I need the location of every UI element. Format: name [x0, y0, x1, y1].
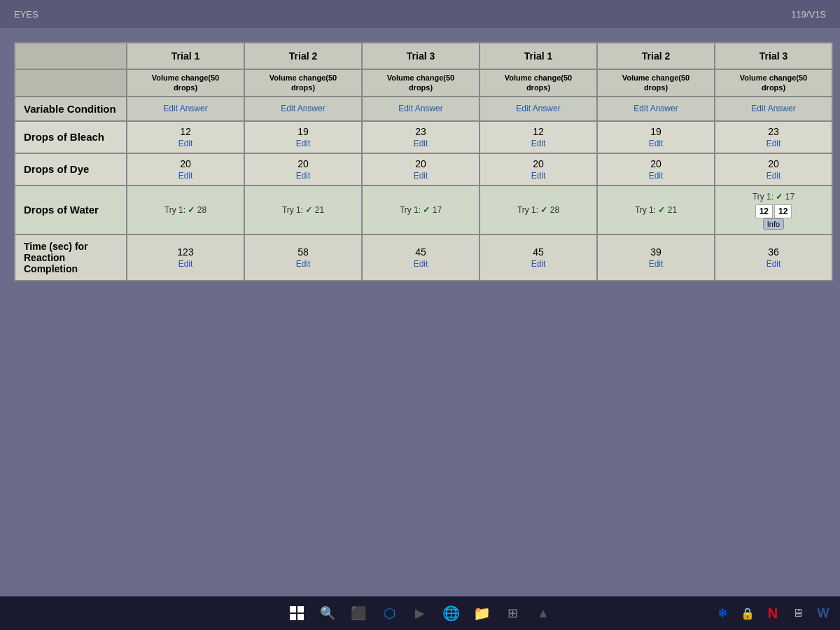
bleach-cell-3: 23Edit	[362, 121, 479, 153]
time-val-5: 39	[601, 246, 711, 258]
water-label: Drops of Water	[15, 186, 127, 234]
water-num1: 12	[755, 204, 773, 218]
task-view-icon[interactable]: ⬛	[347, 602, 370, 624]
time-edit-1[interactable]: Edit	[130, 259, 241, 269]
water-cell-5: Try 1: ✓ 21	[597, 186, 715, 234]
bleach-edit-1[interactable]: Edit	[130, 139, 241, 148]
water-try-3: Try 1: ✓ 17	[400, 205, 442, 215]
time-val-4: 45	[483, 246, 594, 258]
data-table: Trial 1 Trial 2 Trial 3 Trial 1 Trial 2 …	[14, 42, 833, 281]
trial-left-1: Trial 1	[127, 43, 244, 69]
dye-edit-4[interactable]: Edit	[483, 171, 594, 181]
time-cell-5: 39Edit	[597, 234, 715, 281]
bleach-label: Drops of Bleach	[15, 121, 127, 153]
sub-3: Volume change(50drops)	[362, 69, 479, 97]
display-icon[interactable]: 🖥	[788, 603, 808, 623]
word-icon[interactable]: W	[813, 603, 833, 623]
dye-val-2: 20	[248, 158, 358, 169]
time-edit-2[interactable]: Edit	[248, 259, 358, 269]
bleach-cell-6: 23Edit	[715, 121, 832, 153]
netflix-icon[interactable]: N	[763, 603, 783, 623]
dye-val-5: 20	[601, 158, 711, 169]
taskbar: 🔍 ⬛ ⬡ ▶ 🌐 📁 ⊞ ▲ ❄ 🔒 N 🖥 W	[0, 596, 840, 630]
sub-6: Volume change(50drops)	[715, 69, 832, 97]
var-cell-1: Edit Answer	[127, 97, 244, 121]
media-icon[interactable]: ▶	[409, 602, 431, 624]
info-button[interactable]: Info	[763, 218, 784, 230]
dye-edit-5[interactable]: Edit	[601, 171, 711, 181]
dropbox-icon[interactable]: ❄	[713, 603, 732, 623]
dye-cell-4: 20Edit	[479, 153, 597, 186]
time-cell-6: 36Edit	[715, 234, 832, 281]
bleach-edit-6[interactable]: Edit	[718, 139, 829, 148]
time-edit-5[interactable]: Edit	[601, 259, 711, 269]
trial-left-3: Trial 3	[362, 43, 479, 69]
globe-icon[interactable]: 🌐	[440, 602, 462, 624]
var-cell-2: Edit Answer	[244, 97, 362, 121]
dye-val-4: 20	[483, 158, 594, 169]
bleach-edit-5[interactable]: Edit	[601, 139, 711, 148]
edge-icon[interactable]: ⬡	[378, 602, 400, 624]
dye-label: Drops of Dye	[15, 153, 127, 186]
top-bar-left: EYES	[14, 9, 38, 20]
dye-edit-6[interactable]: Edit	[718, 171, 829, 181]
folder-icon[interactable]: 📁	[470, 602, 493, 624]
water-try-6-top: Try 1: ✓ 17	[752, 192, 794, 202]
arrow-icon[interactable]: ▲	[532, 602, 554, 624]
edit-answer-5[interactable]: Edit Answer	[601, 104, 711, 113]
bleach-cell-4: 12Edit	[479, 121, 597, 153]
bleach-cell-2: 19Edit	[244, 121, 362, 153]
table-row: Time (sec) for ReactionCompletion 123Edi…	[15, 234, 832, 281]
var-cell-5: Edit Answer	[597, 97, 715, 121]
main-content: Trial 1 Trial 2 Trial 3 Trial 1 Trial 2 …	[0, 28, 840, 596]
edit-answer-1[interactable]: Edit Answer	[130, 104, 241, 113]
time-edit-3[interactable]: Edit	[365, 259, 476, 269]
vpn-icon[interactable]: 🔒	[738, 603, 757, 623]
time-cell-1: 123Edit	[127, 234, 244, 281]
water-cell-4: Try 1: ✓ 28	[479, 186, 597, 234]
search-icon[interactable]: 🔍	[316, 602, 339, 624]
water-try-2: Try 1: ✓ 21	[282, 205, 324, 215]
bleach-edit-3[interactable]: Edit	[365, 139, 476, 148]
time-val-2: 58	[248, 246, 358, 258]
water-try-5: Try 1: ✓ 21	[635, 205, 677, 215]
dye-cell-3: 20Edit	[362, 153, 479, 186]
edit-answer-4[interactable]: Edit Answer	[483, 104, 594, 113]
bleach-val-3: 23	[365, 126, 476, 137]
variable-label: Variable Condition	[15, 97, 127, 121]
time-edit-4[interactable]: Edit	[483, 259, 594, 269]
time-cell-4: 45Edit	[479, 234, 597, 281]
time-val-3: 45	[365, 246, 476, 258]
bleach-edit-4[interactable]: Edit	[483, 139, 594, 148]
grid-icon[interactable]: ⊞	[501, 602, 524, 624]
var-cell-3: Edit Answer	[362, 97, 479, 121]
empty-header	[15, 43, 127, 69]
dye-edit-1[interactable]: Edit	[130, 171, 241, 181]
water-cell-2: Try 1: ✓ 21	[244, 186, 362, 234]
bleach-cell-5: 19Edit	[597, 121, 715, 153]
edit-answer-3[interactable]: Edit Answer	[365, 104, 476, 113]
top-bar-right: 119/V1S	[791, 9, 826, 20]
windows-start-button[interactable]	[286, 602, 308, 624]
trial-right-2: Trial 2	[597, 43, 715, 69]
bleach-cell-1: 12Edit	[127, 121, 244, 153]
edit-answer-2[interactable]: Edit Answer	[248, 104, 358, 113]
water-try-1: Try 1: ✓ 28	[164, 205, 206, 215]
sub-4: Volume change(50drops)	[479, 69, 597, 97]
dye-edit-3[interactable]: Edit	[365, 171, 476, 181]
table-row: Drops of Dye 20Edit 20Edit 20Edit 20Edit…	[15, 153, 832, 186]
time-edit-6[interactable]: Edit	[718, 259, 829, 269]
dye-val-6: 20	[718, 158, 829, 169]
bleach-edit-2[interactable]: Edit	[248, 139, 358, 148]
var-cell-6: Edit Answer	[715, 97, 832, 121]
var-cell-4: Edit Answer	[479, 97, 597, 121]
dye-cell-1: 20Edit	[127, 153, 244, 186]
dye-edit-2[interactable]: Edit	[248, 171, 358, 181]
bleach-val-1: 12	[130, 126, 241, 137]
bleach-val-6: 23	[718, 126, 829, 137]
dye-cell-6: 20Edit	[715, 153, 832, 186]
water-cell-3: Try 1: ✓ 17	[362, 186, 479, 234]
sub-5: Volume change(50drops)	[597, 69, 715, 97]
edit-answer-6[interactable]: Edit Answer	[718, 104, 829, 113]
sub-1: Volume change(50drops)	[127, 69, 244, 97]
